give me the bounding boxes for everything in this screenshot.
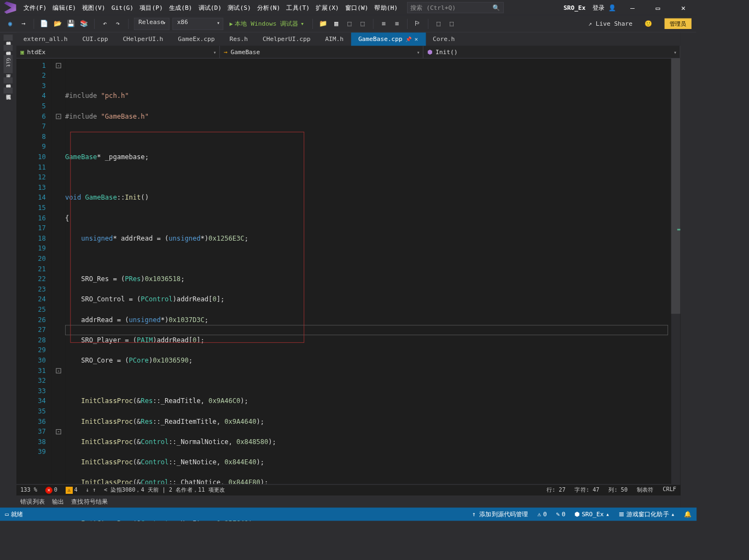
method-icon: ⬢ xyxy=(427,48,432,55)
line-indicator[interactable]: 行: 27 xyxy=(547,486,566,494)
feedback-icon[interactable]: 🙂 xyxy=(645,20,652,27)
warning-count[interactable]: ⚠4 xyxy=(66,487,78,494)
close-icon[interactable]: ✕ xyxy=(415,36,418,43)
code-content[interactable]: #include "pch.h" #include "GameBase.h" G… xyxy=(65,59,671,484)
rail-solution-explorer[interactable]: 解决方案资源管理器 xyxy=(4,45,13,51)
tab-aim[interactable]: AIM.h xyxy=(318,33,351,46)
open-icon[interactable]: 📂 xyxy=(53,19,63,29)
platform-select[interactable]: x86 xyxy=(172,18,223,30)
menu-debug[interactable]: 调试(D) xyxy=(195,1,225,14)
col-indicator[interactable]: 列: 50 xyxy=(608,486,628,494)
tb-icon-6[interactable]: ≡ xyxy=(392,19,402,29)
bottom-tab-errors[interactable]: 错误列表 xyxy=(20,497,45,506)
tab-cui[interactable]: CUI.cpp xyxy=(75,33,115,46)
login-link[interactable]: 登录 👤 xyxy=(593,3,616,12)
rail-team-explorer[interactable]: 团队资源管理器 xyxy=(4,77,13,83)
close-button[interactable]: ✕ xyxy=(674,0,692,15)
tab-core[interactable]: Core.h xyxy=(426,33,462,46)
status-err[interactable]: ✎ 0 xyxy=(556,511,565,518)
redo-icon[interactable]: ↷ xyxy=(113,19,123,29)
vertical-scrollbar[interactable] xyxy=(671,59,681,484)
char-indicator[interactable]: 字符: 47 xyxy=(574,486,599,494)
tb-icon-2[interactable]: ▦ xyxy=(331,19,341,29)
bottom-tab-find[interactable]: 查找符号结果 xyxy=(71,497,108,506)
start-debug-button[interactable]: 本地 Windows 调试器 ▾ xyxy=(227,19,307,28)
tb-icon-9[interactable]: ⬚ xyxy=(446,19,457,29)
tb-icon-3[interactable]: ⬚ xyxy=(345,19,355,29)
bottom-panel-tabs: 错误列表 输出 查找符号结果 xyxy=(16,495,681,508)
menu-tools[interactable]: 工具(T) xyxy=(283,1,313,14)
tab-chelperui-h[interactable]: CHelperUI.h xyxy=(115,33,171,46)
tb-icon-5[interactable]: ≡ xyxy=(379,19,389,29)
search-box[interactable]: 搜索 (Ctrl+Q)🔍 xyxy=(407,2,504,13)
nav-class[interactable]: →GameBase xyxy=(220,46,423,58)
git-blame[interactable]: < 染指3080，4 天前 | 2 名作者，11 项更改 xyxy=(104,486,225,494)
status-bar: ▭ 就绪 ↑ 添加到源代码管理 ⚠ 0 ✎ 0 ⬢ SRO_Ex ▴ 𝌆 游戏窗… xyxy=(0,508,696,521)
title-bar: 文件(F) 编辑(E) 视图(V) Git(G) 项目(P) 生成(B) 调试(… xyxy=(0,0,696,15)
menu-edit[interactable]: 编辑(E) xyxy=(50,1,79,14)
menu-view[interactable]: 视图(V) xyxy=(79,1,108,14)
nav-fwd-icon[interactable]: → xyxy=(18,19,28,29)
save-icon[interactable]: 💾 xyxy=(66,19,76,29)
minimize-button[interactable]: — xyxy=(623,0,641,15)
menu-file[interactable]: 文件(F) xyxy=(20,1,50,14)
liveshare-button[interactable]: ↗ Live Share xyxy=(588,20,632,27)
zoom-level[interactable]: 133 % xyxy=(20,487,37,493)
tab-res[interactable]: Res.h xyxy=(222,33,256,46)
undo-icon[interactable]: ↶ xyxy=(100,19,110,29)
pin-icon[interactable]: 📌 xyxy=(405,36,411,42)
tb-icon-4[interactable]: ⬚ xyxy=(358,19,368,29)
admin-badge: 管理员 xyxy=(665,18,692,29)
save-all-icon[interactable]: 📚 xyxy=(79,19,89,29)
menu-window[interactable]: 窗口(W) xyxy=(342,1,371,14)
tb-icon-8[interactable]: ⬚ xyxy=(433,19,444,29)
search-placeholder: 搜索 (Ctrl+Q) xyxy=(410,3,456,12)
bottom-tab-output[interactable]: 输出 xyxy=(52,497,64,506)
status-warn[interactable]: ⚠ 0 xyxy=(537,511,547,518)
tb-icon-7[interactable]: 🏳 xyxy=(413,19,423,29)
fold-margin[interactable]: - - - - xyxy=(52,59,65,484)
indent-mode[interactable]: 制表符 xyxy=(637,486,654,494)
menu-extensions[interactable]: 扩展(X) xyxy=(313,1,342,14)
eol-mode[interactable]: CRLF xyxy=(663,486,676,494)
left-rail: 服务器资源管理器 解决方案资源管理器 Git 更改 团队资源管理器 资源视图 xyxy=(0,33,16,485)
toolbar: ◉ → 📄 📂 💾 📚 ↶ ↷ Release x86 本地 Windows 调… xyxy=(0,15,696,33)
status-helper[interactable]: 𝌆 游戏窗口化助手 ▴ xyxy=(619,510,675,518)
new-file-icon[interactable]: 📄 xyxy=(39,19,50,29)
vs-logo-icon xyxy=(4,2,16,14)
menu-git[interactable]: Git(G) xyxy=(108,2,136,13)
arrow-icon: → xyxy=(224,48,228,55)
right-rail xyxy=(680,33,696,485)
navigation-bar: ▣htdEx →GameBase ⬢Init() xyxy=(16,46,681,59)
status-source-control[interactable]: ↑ 添加到源代码管理 xyxy=(472,510,529,518)
tab-extern-all[interactable]: extern_all.h xyxy=(16,33,76,46)
menu-test[interactable]: 测试(S) xyxy=(225,1,254,14)
error-count[interactable]: ✕0 xyxy=(45,487,57,494)
menu-analyze[interactable]: 分析(N) xyxy=(254,1,283,14)
nav-project[interactable]: ▣htdEx xyxy=(16,46,220,58)
config-select[interactable]: Release xyxy=(134,18,170,30)
project-name: SRO_Ex xyxy=(564,4,585,11)
tab-chelperui-cpp[interactable]: CHelperUI.cpp xyxy=(256,33,318,46)
rail-resource-view[interactable]: 资源视图 xyxy=(4,88,13,94)
project-icon: ▣ xyxy=(20,48,24,55)
status-project[interactable]: ⬢ SRO_Ex ▴ xyxy=(574,511,609,518)
editor-info-bar: 133 % ✕0 ⚠4 ↓ ↑ < 染指3080，4 天前 | 2 名作者，11… xyxy=(16,484,681,495)
menu-project[interactable]: 项目(P) xyxy=(137,1,166,14)
document-tabs: extern_all.h CUI.cpp CHelperUI.h GameEx.… xyxy=(16,33,681,46)
code-editor[interactable]: 1234567891011121314151617181920212223242… xyxy=(16,59,681,484)
menu-help[interactable]: 帮助(H) xyxy=(371,1,401,14)
nav-member[interactable]: ⬢Init() xyxy=(423,46,681,58)
tb-icon-1[interactable]: 📁 xyxy=(318,19,328,29)
tab-gameex[interactable]: GameEx.cpp xyxy=(171,33,222,46)
maximize-button[interactable]: ▭ xyxy=(649,0,667,15)
rail-server-explorer[interactable]: 服务器资源管理器 xyxy=(4,34,13,40)
notification-icon[interactable]: 🔔 xyxy=(684,511,692,518)
scroll-thumb[interactable] xyxy=(671,59,681,314)
scroll-mark xyxy=(677,229,681,230)
menu-build[interactable]: 生成(B) xyxy=(166,1,195,14)
rail-git-changes[interactable]: Git 更改 xyxy=(4,55,13,73)
search-icon: 🔍 xyxy=(492,4,500,11)
nav-back-icon[interactable]: ◉ xyxy=(5,19,15,29)
tab-gamebase[interactable]: GameBase.cpp📌✕ xyxy=(351,33,426,46)
